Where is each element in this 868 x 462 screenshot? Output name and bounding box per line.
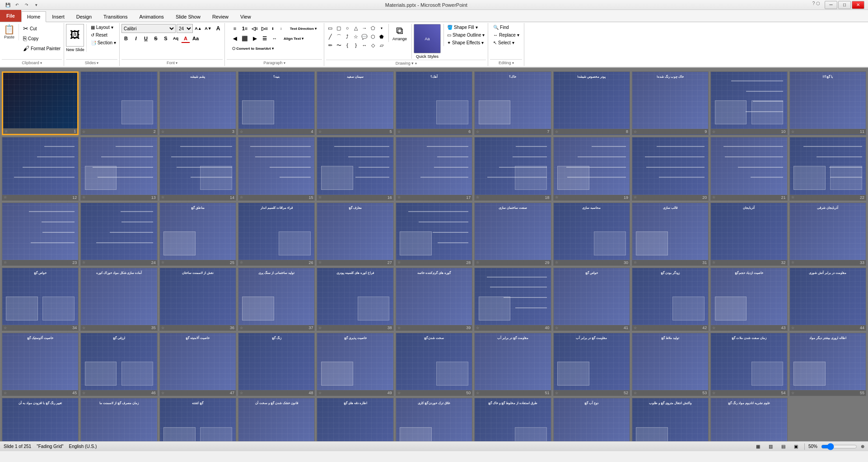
slide-thumb[interactable]: ☆10: [710, 71, 787, 135]
slide-thumb[interactable]: مقاومت گچ در برابر آب☆52: [553, 333, 630, 396]
tab-animations[interactable]: Animations: [133, 11, 169, 22]
customize-quick-access[interactable]: ▾: [32, 1, 40, 9]
maximize-button[interactable]: □: [838, 1, 851, 9]
connector-button[interactable]: ⤴: [343, 33, 351, 41]
tab-review[interactable]: Review: [206, 11, 234, 22]
slide-thumb[interactable]: مقاومت گچ در برابر آب☆51: [474, 333, 551, 396]
format-painter-button[interactable]: 🖌 Format Painter: [22, 44, 62, 53]
slide-thumb[interactable]: ☆20: [632, 137, 709, 200]
slide-thumb[interactable]: صنعت ساختمان سازی☆29: [474, 203, 551, 266]
slide-thumb[interactable]: فراخ کوره های کلسینه پودری☆38: [317, 268, 393, 331]
slide-thumb[interactable]: آماده سازی شکل مواد خوراک کوره☆35: [80, 268, 157, 331]
slides-group-label[interactable]: Slides: [66, 59, 117, 65]
slide-thumb[interactable]: زنگ گچ☆48: [238, 333, 315, 396]
scribble-button[interactable]: 〜: [335, 41, 343, 49]
find-button[interactable]: 🔍 Find: [492, 24, 510, 31]
replace-button[interactable]: ↔ Replace ▾: [492, 32, 521, 38]
slide-thumb[interactable]: ☆22: [789, 137, 866, 200]
slide-thumb[interactable]: مناطق گچ☆25: [159, 203, 236, 266]
layout-button[interactable]: ▦ Layout ▾: [89, 24, 117, 31]
normal-view-button[interactable]: ▦: [754, 443, 763, 451]
reset-button[interactable]: ↺ Reset: [89, 32, 117, 38]
slide-thumb[interactable]: علوم نشریه انادیوم مواد رنگ گچ☆65: [710, 398, 787, 441]
slide-thumb[interactable]: نقش از لاسمنت ساختان☆36: [159, 268, 236, 331]
close-button[interactable]: ✕: [852, 1, 864, 9]
shape-fill-button[interactable]: 🪣 Shape Fill ▾: [446, 24, 486, 31]
tab-slideshow[interactable]: Slide Show: [170, 11, 206, 22]
slide-thumb[interactable]: اطاله اروری بیشتر دیگر مواد☆55: [789, 333, 866, 396]
slide-thumb[interactable]: تغییر رنگ گچ با افزودن مواد به آن☆56: [2, 398, 79, 441]
slide-thumb[interactable]: خواص گچ☆34: [2, 268, 79, 331]
slide-panel[interactable]: ☆1☆2پشم شیشه☆3بنیه؟☆4سیمان سفید☆5آهک؟☆6خ…: [0, 68, 868, 441]
slide-thumb[interactable]: ☆13: [80, 137, 157, 200]
slide-thumb[interactable]: ☆14: [159, 137, 236, 200]
editing-group-label[interactable]: Editing: [490, 59, 522, 65]
reading-view-button[interactable]: ▤: [779, 443, 788, 451]
slideshow-button[interactable]: ▣: [792, 443, 801, 451]
center-button[interactable]: ⬛: [240, 34, 249, 43]
diamond-button[interactable]: ◇: [369, 41, 377, 49]
font-color-button[interactable]: A: [181, 34, 190, 43]
star-button[interactable]: ☆: [352, 33, 360, 41]
shape-effects-button[interactable]: ✦ Shape Effects ▾: [446, 39, 486, 46]
italic-button[interactable]: I: [131, 34, 140, 43]
slide-thumb[interactable]: مقاومت در برابر آتش شوری☆44: [789, 268, 866, 331]
slide-thumb[interactable]: محاسبه سازی☆30: [553, 203, 630, 266]
tab-view[interactable]: View: [234, 11, 257, 22]
slide-thumb[interactable]: زمان مصرف گچ از لاسمنت ما☆57: [80, 398, 157, 441]
slide-thumb[interactable]: پودر مخصوص شیشه!☆8: [553, 71, 630, 135]
text-highlight-button[interactable]: Aa: [191, 34, 200, 43]
bullet-list-button[interactable]: ≡: [230, 24, 239, 33]
slide-thumb[interactable]: ☆28: [396, 203, 472, 266]
slide-thumb[interactable]: قراء مراقات کلسیم اندار☆26: [238, 203, 315, 266]
slide-thumb[interactable]: ☆24: [80, 203, 157, 266]
slide-thumb[interactable]: ☆2: [80, 71, 157, 135]
slide-thumb[interactable]: یا گچ؟!!☆11: [789, 71, 866, 135]
slide-sorter-button[interactable]: ▥: [766, 443, 775, 451]
slide-thumb[interactable]: زمان سفت شدن ملات گچ☆54: [710, 333, 787, 396]
shape-outline-button[interactable]: ▭ Shape Outline ▾: [446, 32, 486, 38]
right-arrow-button[interactable]: →: [360, 24, 369, 32]
decrease-font-button[interactable]: A▼: [204, 24, 213, 33]
quick-styles-button[interactable]: Aa: [414, 24, 441, 53]
oval-button[interactable]: ○: [343, 24, 351, 32]
bold-button[interactable]: B: [121, 34, 131, 43]
callout-button[interactable]: 💬: [360, 33, 369, 41]
align-left-button[interactable]: ◀: [230, 34, 239, 43]
slide-thumb[interactable]: ☆19: [553, 137, 630, 200]
col-spacing-button[interactable]: ↔: [270, 34, 279, 43]
slide-thumb[interactable]: ☆17: [396, 137, 472, 200]
columns-button[interactable]: ⫿: [270, 24, 275, 33]
slide-thumb[interactable]: ارزقی گچ☆46: [80, 333, 157, 396]
tab-file[interactable]: File: [0, 10, 21, 22]
slide-thumb[interactable]: خاک؟☆7: [474, 71, 551, 135]
arrange-button[interactable]: ⧉ Arrange: [391, 24, 409, 42]
paragraph-group-label[interactable]: Paragraph: [227, 59, 322, 65]
freeform-button[interactable]: ✏: [326, 41, 334, 49]
font-size-select[interactable]: 24: [177, 24, 193, 33]
slide-thumb[interactable]: واکنش انتقال متروی گچ و طلوب☆64: [632, 398, 709, 441]
slide-thumb[interactable]: معارف گچ☆27: [317, 203, 393, 266]
slide-thumb[interactable]: آهک؟☆6: [396, 71, 472, 135]
slide-thumb[interactable]: تولید ملاط گچ☆53: [632, 333, 709, 396]
tab-design[interactable]: Design: [70, 11, 98, 22]
decrease-indent-button[interactable]: ◁≡: [250, 24, 259, 33]
slide-thumb[interactable]: آذربایجان شرقی☆33: [789, 203, 866, 266]
slide-thumb[interactable]: سیمان سفید☆5: [317, 71, 393, 135]
paste-button[interactable]: 📋 Paste: [2, 24, 17, 40]
slide-thumb[interactable]: خاصیت ازدیاد حجم گچ☆43: [710, 268, 787, 331]
numbered-list-button[interactable]: 1≡: [240, 24, 249, 33]
double-arrow-button[interactable]: ↔: [360, 41, 369, 49]
char-spacing-button[interactable]: Aq: [171, 34, 180, 43]
slide-thumb[interactable]: خاک چوب رنگ شده!☆9: [632, 71, 709, 135]
slide-thumb[interactable]: اطاره دقه های گچ☆60: [317, 398, 393, 441]
align-right-button[interactable]: ▶: [250, 34, 259, 43]
text-shadow-button[interactable]: S: [161, 34, 170, 43]
align-text-button[interactable]: Align Text ▾: [282, 34, 305, 43]
brace-button[interactable]: }: [352, 41, 360, 49]
parallelogram-button[interactable]: ▱: [378, 41, 386, 49]
zoom-slider[interactable]: [821, 444, 857, 449]
section-button[interactable]: 📑 Section ▾: [89, 39, 117, 46]
shape-extra-button[interactable]: ⬟: [378, 33, 386, 41]
cut-button[interactable]: ✂ Cut: [22, 24, 62, 33]
